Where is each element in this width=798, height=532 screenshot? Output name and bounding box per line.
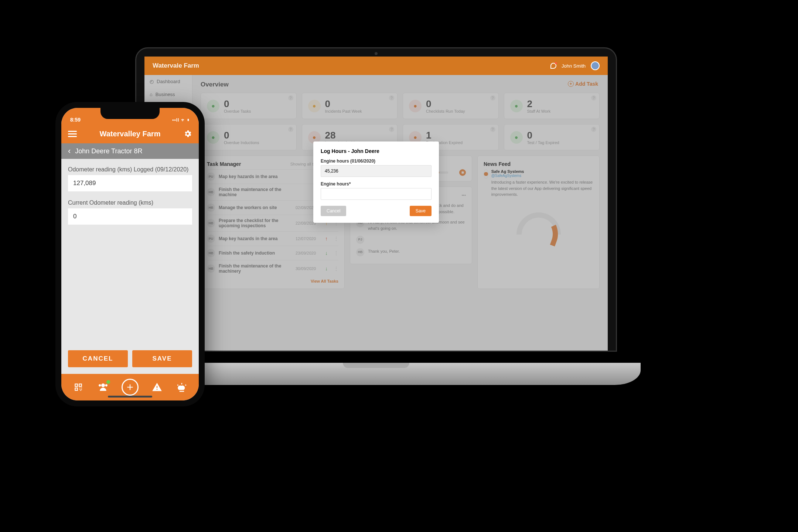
current-odometer-label: Current Odometer reading (kms): [68, 200, 192, 206]
phone-save-button[interactable]: SAVE: [132, 350, 192, 367]
prev-hours-label: Engine hours (01/06/2020): [321, 158, 432, 164]
laptop-camera: [375, 52, 378, 55]
current-hours-label: Engine hours*: [321, 181, 432, 187]
log-hours-modal: Log Hours - John Deere Engine hours (01/…: [313, 141, 439, 223]
modal-cancel-button[interactable]: Cancel: [321, 206, 346, 216]
app-title: Watervalley Farm: [100, 130, 161, 138]
sub-header[interactable]: ‹ John Deere Tractor 8R: [61, 143, 199, 159]
svg-point-0: [99, 384, 101, 386]
menu-icon[interactable]: [68, 131, 77, 137]
phone-notch: [100, 108, 160, 119]
modal-save-button[interactable]: Save: [410, 206, 432, 216]
prev-odometer-label: Odometer reading (kms) Logged (09/12/202…: [68, 166, 192, 173]
status-time: 8:59: [70, 117, 81, 123]
app-header: Watervalley Farm: [61, 124, 199, 143]
add-fab-icon[interactable]: [122, 379, 139, 396]
modal-title: Log Hours - John Deere: [321, 148, 432, 154]
asset-title: John Deere Tractor 8R: [75, 147, 142, 155]
svg-point-1: [105, 384, 107, 386]
phone-cancel-button[interactable]: CANCEL: [68, 350, 128, 367]
current-hours-input[interactable]: [321, 188, 432, 200]
user-name: John Smith: [562, 63, 586, 69]
settings-icon[interactable]: [183, 129, 192, 138]
qr-icon[interactable]: [72, 381, 85, 393]
siren-icon[interactable]: [175, 381, 188, 393]
notification-bell-icon[interactable]: [550, 63, 556, 69]
people-icon[interactable]: [97, 381, 109, 393]
user-avatar[interactable]: [591, 61, 600, 70]
topbar-user[interactable]: John Smith: [550, 61, 600, 70]
back-icon[interactable]: ‹: [68, 147, 71, 155]
prev-odometer-input[interactable]: [68, 175, 192, 191]
laptop-viewport: Watervale Farm John Smith ◴ Dashboard ⌂ …: [144, 57, 608, 351]
phone-device: 8:59 ••ll ᯤ ▮ Watervalley Farm ‹ John De…: [55, 102, 205, 406]
prev-hours-input: [321, 165, 432, 177]
status-icons: ••ll ᯤ ▮: [172, 117, 190, 123]
top-bar: Watervale Farm John Smith: [144, 57, 608, 75]
home-indicator[interactable]: [108, 396, 152, 398]
farm-name: Watervale Farm: [153, 62, 199, 69]
hazard-icon[interactable]: [151, 381, 163, 393]
current-odometer-input[interactable]: [68, 208, 192, 225]
